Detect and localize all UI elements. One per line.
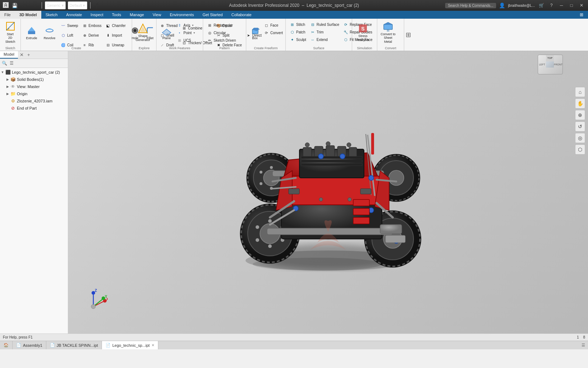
import-button[interactable]: ⬇Import [104,32,127,39]
quick-undo-icon[interactable]: ↩ [21,1,29,9]
vc-topleft[interactable] [538,55,546,61]
menu-tab-sketch[interactable]: Sketch [41,11,62,19]
tree-item-root[interactable]: ▼ ⬛ Lego_technic_sport_car (2) [0,69,68,76]
bottom-menu-icon[interactable]: ☰ [582,343,585,348]
menu-tab-file[interactable]: File [0,11,15,19]
default-dropdown[interactable]: Default ▾ [68,1,87,9]
menu-tab-inspect[interactable]: Inspect [86,11,107,19]
tree-item-end-of-part[interactable]: ⊘ End of Part [0,105,68,112]
ruled-surface-button[interactable]: ⊟Ruled Surface [308,21,341,28]
search-help-input[interactable]: Search Help & Commands... [445,3,496,8]
panel-tabs: Model ✕ + [0,51,68,59]
ribbon-expand-btn[interactable]: ⊞ [404,19,412,51]
panel-add-icon[interactable]: + [25,51,32,59]
search-panel-button[interactable]: 🔍 [1,60,8,67]
vc-left[interactable]: LEFT [538,61,546,68]
look-at-button[interactable]: ◎ [575,133,585,143]
revolve-button[interactable]: Revolve [41,20,58,45]
fit-mesh-face-icon: ⬡ [343,37,349,42]
quick-redo-icon[interactable]: ↪ [31,1,39,9]
vc-bottomleft[interactable] [538,68,546,74]
menu-tab-tools[interactable]: Tools [108,11,126,19]
patch-icon: ⬡ [289,29,295,35]
vc-bottom[interactable] [546,68,554,74]
svg-point-90 [348,198,351,201]
patch-button[interactable]: ⬡Patch [288,28,308,36]
orbit-button[interactable]: ↺ [575,121,585,132]
menu-tab-annotate[interactable]: Annotate [62,11,86,19]
bottom-tab-jb-tackle[interactable]: 📄 JB TACKLE SPINN...ipt [46,341,102,349]
minimize-button[interactable]: ─ [558,2,565,9]
menu-tab-3dmodel[interactable]: 3D Model [15,11,41,19]
loft-button[interactable]: ⬡Loft [59,32,80,39]
formula-icon[interactable]: ƒ [93,1,101,9]
stitch-button[interactable]: ⊞Stitch [288,21,308,28]
vc-bottomright[interactable] [554,68,563,74]
stress-analysis-button[interactable]: S StressAnalysis [354,20,372,45]
ucs-button[interactable]: ⊞UCS [175,37,196,44]
expand-ribbon-icon[interactable]: ⊞ [578,11,585,18]
quick-save-icon[interactable]: 💾 [11,1,19,9]
panel-toolbar: 🔍 ☰ [0,59,68,68]
close-button[interactable]: ✕ [578,2,585,9]
derive-button[interactable]: ⊕Derive [80,32,103,39]
zoom-window-button[interactable]: ⊕ [575,110,585,120]
menu-tab-getstarted[interactable]: Get Started [198,11,227,19]
circular-button[interactable]: ◎Circular [205,29,237,36]
vc-top[interactable]: TOP [546,55,554,61]
vc-front[interactable]: FRONT [554,61,563,68]
vc-topright[interactable] [554,55,563,61]
shape-generator-button[interactable]: ShapeGenerator [134,20,151,45]
home-view-button[interactable]: ⌂ [575,87,585,97]
emboss-button[interactable]: ⊞Emboss [80,22,103,29]
start-2d-sketch-button[interactable]: Start2D Sketch [2,20,18,45]
convert-freeform-button[interactable]: ⟳Convert [262,29,284,36]
menu-tab-environments[interactable]: Environments [165,11,198,19]
generic-dropdown[interactable]: Generic ▾ [45,1,66,9]
extend-button[interactable]: ↔Extend [308,36,341,43]
svg-rect-3 [28,31,35,34]
sketch-driven-button[interactable]: ✏Sketch Driven [205,37,237,44]
chamfer-button[interactable]: ⬕Chamfer [104,22,127,29]
appearance-button[interactable]: ⬡ [575,144,585,155]
panel-close-icon[interactable]: ✕ [18,51,25,59]
trim-button[interactable]: ✂Trim [308,28,341,36]
panel-menu-button[interactable]: ☰ [8,60,15,67]
tree-item-solid-bodies[interactable]: ▶ 📦 Solid Bodies(1) [0,76,68,83]
viewport[interactable]: TOP LEFT FRONT ⌂ ✋ ⊕ ↺ ◎ ⬡ [68,51,588,334]
extrude-button[interactable]: Extrude [23,20,40,45]
point-button[interactable]: •Point▾ [175,29,196,36]
bottom-tab-home[interactable]: 🏠 [0,341,13,349]
svg-point-25 [268,244,272,248]
tree-item-assembly[interactable]: ⚙ Zlożenie_42073.iam [0,97,68,105]
origin-icon: 📁 [10,91,16,97]
sweep-button[interactable]: 〰Sweep [59,22,80,29]
tree-item-origin[interactable]: ▶ 📁 Origin [0,90,68,97]
help-icon[interactable]: ? [548,2,555,9]
axis-button[interactable]: ⇕Axis▾ [175,22,196,29]
close-tab-icon[interactable]: ✕ [151,343,154,347]
extrude-icon [26,25,37,36]
simulation-label: Simulation [352,46,377,50]
bottom-tab-assembly1[interactable]: 📄 Assembly1 [13,341,46,349]
maximize-button[interactable]: □ [568,2,575,9]
vc-center[interactable] [546,61,554,68]
viewcube-box[interactable]: TOP LEFT FRONT [538,55,563,74]
ribbon-group-sketch: Start2D Sketch Sketch [0,19,21,51]
svg-rect-86 [386,235,405,243]
convert-to-sheet-metal-button[interactable]: Convert toSheet Metal [379,20,397,45]
surface-label: Surface [286,46,352,50]
tree-item-view-master[interactable]: ▶ 👁 View: Master [0,83,68,90]
cart-icon[interactable]: 🛒 [538,2,545,9]
sculpt-button[interactable]: ✦Sculpt [288,36,308,43]
bottom-tab-lego-technic[interactable]: 📄 Lego_technic_sp...ipt ✕ [102,341,158,349]
face-button[interactable]: ◻Face [262,22,284,29]
menu-tab-manage[interactable]: Manage [125,11,148,19]
pan-button[interactable]: ✋ [575,98,585,109]
menu-tab-view[interactable]: View [148,11,165,19]
menu-tab-collaborate[interactable]: Collaborate [227,11,256,19]
plane-button[interactable]: Plane [159,20,174,45]
model-tab[interactable]: Model [0,51,18,59]
rectangular-button[interactable]: ⊞Rectangular [205,22,237,29]
box-button[interactable]: Box [248,20,261,45]
